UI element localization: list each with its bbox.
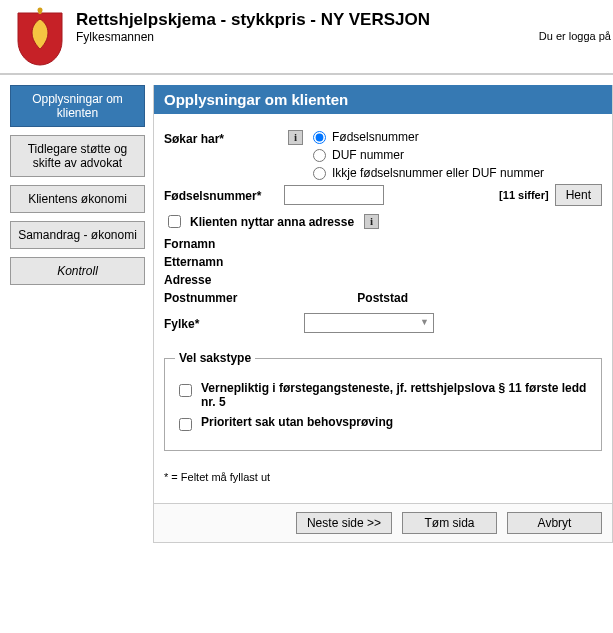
radio-fodselsnummer[interactable] [313,131,326,144]
button-bar: Neste side >> Tøm sida Avbryt [154,503,612,542]
postnummer-label: Postnummer [164,291,237,305]
svg-rect-1 [39,10,42,14]
case-type-group: Vel sakstype Vernepliktig i førstegangst… [164,351,602,451]
seeker-has-label: Søkar har [164,130,284,146]
app-header: Rettshjelpskjema - stykkpris - NY VERSJO… [0,0,613,69]
fodselsnummer-label: Fødselsnummer [164,187,284,203]
app-title: Rettshjelpskjema - stykkpris - NY VERSJO… [76,10,613,30]
radio-fodselsnummer-label: Fødselsnummer [313,130,544,144]
sidebar-step-summary[interactable]: Samandrag - økonomi [10,221,145,249]
fylke-label: Fylke [164,315,284,331]
fodselsnummer-input[interactable] [284,185,384,205]
fetch-button[interactable]: Hent [555,184,602,206]
case-opt2-label: Prioritert sak utan behovsprøving [201,415,393,429]
radio-none-label: Ikkje fødselsnummer eller DUF nummer [313,166,544,180]
case-opt2-checkbox[interactable] [179,418,192,431]
main-panel: Opplysningar om klienten Søkar har i Fød… [153,85,613,543]
header-separator [0,73,613,75]
fodselsnummer-hint: [11 siffer] [499,189,549,201]
sidebar-step-client-info[interactable]: Opplysningar om klienten [10,85,145,127]
radio-duf-label: DUF nummer [313,148,544,162]
cancel-button[interactable]: Avbryt [507,512,602,534]
app-subtitle: Fylkesmannen [76,30,613,44]
login-status: Du er logga på [539,30,611,42]
required-footnote: * = Feltet må fyllast ut [164,471,602,483]
case-opt1-checkbox[interactable] [179,384,192,397]
info-icon[interactable]: i [288,130,303,145]
fylke-select[interactable] [304,313,434,333]
clear-button[interactable]: Tøm sida [402,512,497,534]
section-title: Opplysningar om klienten [154,85,612,114]
info-icon[interactable]: i [364,214,379,229]
first-name-label: Fornamn [164,237,602,251]
address-label: Adresse [164,273,602,287]
radio-none[interactable] [313,167,326,180]
alt-address-label: Klienten nyttar anna adresse [190,215,354,229]
sidebar-nav: Opplysningar om klienten Tidlegare støtt… [10,85,145,293]
sidebar-step-previous-support[interactable]: Tidlegare støtte og skifte av advokat [10,135,145,177]
sidebar-step-control[interactable]: Kontroll [10,257,145,285]
case-opt1-label: Vernepliktig i førstegangsteneste, jf. r… [201,381,591,409]
poststad-label: Poststad [357,291,408,305]
case-type-legend: Vel sakstype [175,351,255,365]
next-button[interactable]: Neste side >> [296,512,392,534]
radio-duf[interactable] [313,149,326,162]
alt-address-checkbox[interactable] [168,215,181,228]
sidebar-step-client-economy[interactable]: Klientens økonomi [10,185,145,213]
crest-icon [10,4,70,69]
last-name-label: Etternamn [164,255,602,269]
